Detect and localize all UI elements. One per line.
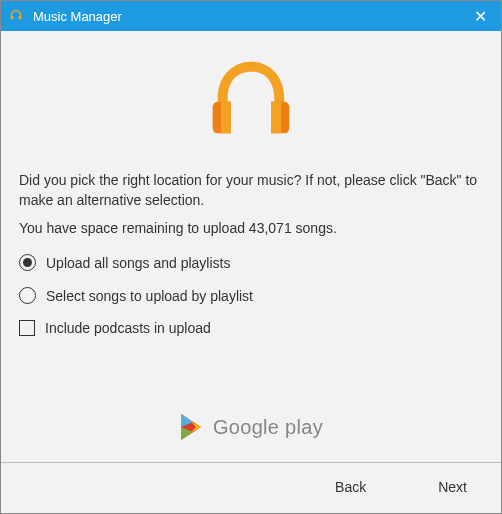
radio-upload-all[interactable]: Upload all songs and playlists [19,254,483,271]
next-button[interactable]: Next [430,475,475,499]
radio-icon [19,254,36,271]
google-play-branding: Google play [19,404,483,462]
space-remaining-text: You have space remaining to upload 43,07… [19,220,483,236]
checkbox-include-podcasts[interactable]: Include podcasts in upload [19,320,483,336]
checkbox-label: Include podcasts in upload [45,320,211,336]
app-icon [7,7,25,25]
headphones-icon [201,53,301,137]
back-button[interactable]: Back [327,475,374,499]
close-icon[interactable]: ✕ [468,7,493,26]
radio-by-playlist[interactable]: Select songs to upload by playlist [19,287,483,304]
headphones-logo-wrap [19,31,483,171]
radio-label: Select songs to upload by playlist [46,288,253,304]
radio-icon [19,287,36,304]
spacer [19,346,483,404]
titlebar: Music Manager ✕ [1,1,501,31]
prompt-text: Did you pick the right location for your… [19,171,483,210]
google-play-text: Google play [213,416,323,439]
footer: Back Next [1,462,501,513]
play-store-icon [179,412,207,442]
window-title: Music Manager [33,9,468,24]
content-area: Did you pick the right location for your… [1,31,501,462]
checkbox-icon [19,320,35,336]
radio-label: Upload all songs and playlists [46,255,230,271]
